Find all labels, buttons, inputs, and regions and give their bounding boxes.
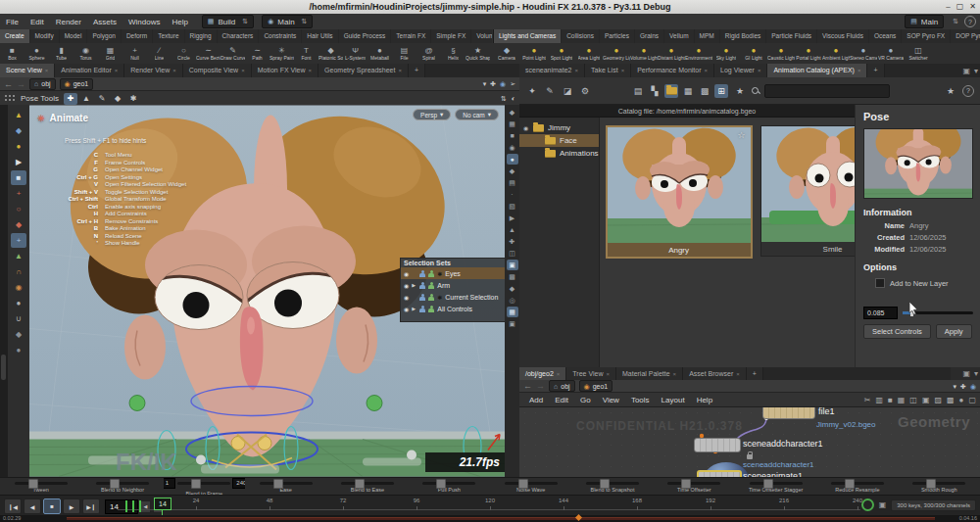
path-node-chip[interactable]: ◉ geo1 — [60, 78, 94, 90]
light-view-icon[interactable]: ● — [507, 154, 518, 165]
ring-tool-icon[interactable]: ◉ — [11, 280, 26, 295]
tree-toggle-icon[interactable]: ◉ — [523, 124, 529, 131]
desktop-spinner-icon[interactable]: ⇅ — [953, 18, 958, 25]
menu-file[interactable]: File — [0, 18, 24, 26]
shade-mode-icon[interactable]: ◆ — [507, 107, 518, 118]
brush-icon[interactable]: ◪ — [561, 84, 574, 98]
anim-slider-track[interactable] — [505, 482, 558, 485]
visibility-icon[interactable]: ● — [11, 343, 26, 357]
network-canvas[interactable]: CONFIDENTIAL H21.0.378 Geometry file1 Ji… — [519, 407, 980, 477]
shelf-tool-switcher[interactable]: ◫Switcher — [905, 43, 932, 64]
character-icon[interactable]: ✦ — [525, 84, 539, 98]
shelf-tab-sop-pyro-fx[interactable]: SOP Pyro FX — [902, 29, 951, 43]
play-button[interactable]: ▶ — [63, 498, 80, 514]
selection-set-arm[interactable]: ◉▶Arm2 — [401, 279, 505, 291]
anim-slider-handle[interactable] — [110, 479, 120, 489]
mirror-tool-icon[interactable]: ∪ — [11, 311, 26, 326]
info-icon[interactable]: ◎ — [507, 295, 518, 306]
expand-icon[interactable]: ▣ — [507, 318, 518, 329]
shelf-tool-torus[interactable]: ◉Torus — [74, 43, 98, 64]
window-minimize-icon[interactable]: – — [946, 3, 950, 11]
material-view-icon[interactable]: ▤ — [507, 177, 518, 188]
shelf-tab-rigging[interactable]: Rigging — [185, 29, 218, 43]
shelf-tab-particles[interactable]: Particles — [600, 29, 635, 43]
shelf-tool-sky-light[interactable]: ●Sky Light — [712, 43, 740, 64]
add-to-new-layer-checkbox[interactable] — [875, 278, 885, 288]
brush-view-icon[interactable]: ▧ — [507, 201, 518, 212]
anim-slider-track[interactable] — [831, 482, 884, 485]
net-menu-go[interactable]: Go — [574, 396, 597, 404]
anim-slider-track[interactable] — [422, 482, 475, 485]
tab-close-icon[interactable]: × — [736, 367, 740, 380]
paint-pose-icon[interactable]: ✎ — [95, 93, 109, 105]
net-pane-menu-icon[interactable]: ▾ — [974, 369, 978, 378]
anim-slider-handle[interactable] — [926, 479, 936, 489]
anim-slider-handle[interactable] — [845, 479, 855, 489]
visibility-eye-icon[interactable]: ◉ — [404, 270, 409, 277]
shelf-tool-file[interactable]: ▤File — [392, 43, 416, 64]
tab-close-icon[interactable]: × — [241, 64, 245, 77]
tab-close-icon[interactable]: × — [557, 367, 561, 380]
net-sync-icon[interactable]: ◉ — [970, 383, 976, 390]
net-menu-tools[interactable]: Tools — [625, 396, 656, 404]
shelf-tab-constraints[interactable]: Constraints — [259, 29, 302, 43]
layout-grid-icon[interactable]: ▦ — [507, 307, 518, 317]
shelf-tool-area-light[interactable]: ●Area Light — [575, 43, 603, 64]
shelf-tool-gi-light[interactable]: ●GI Light — [740, 43, 767, 64]
shelf-tab-vellum[interactable]: Vellum — [664, 29, 695, 43]
light-layer-icon[interactable]: ● — [11, 139, 26, 154]
favorite-star-icon[interactable]: ☆ — [738, 130, 746, 140]
shelf-tab-mpm[interactable]: MPM — [695, 29, 720, 43]
shelf-tab-modify[interactable]: Modify — [30, 29, 60, 43]
catalog-search-input[interactable] — [764, 84, 890, 98]
net-display-icon[interactable]: ■ — [888, 396, 893, 404]
shelf-tab-deform[interactable]: Deform — [122, 29, 153, 43]
shelf-tool-spot-light[interactable]: ●Spot Light — [548, 43, 575, 64]
shelf-tab-texture[interactable]: Texture — [153, 29, 184, 43]
net-menu-help[interactable]: Help — [691, 396, 718, 404]
skeleton-icon[interactable]: ▲ — [79, 93, 93, 105]
anim-slider-handle[interactable] — [436, 479, 446, 489]
camera-view-icon[interactable]: ◆ — [507, 166, 518, 176]
pose-tool-icon[interactable]: + — [11, 233, 26, 248]
shelf-tool-quick-shapes[interactable]: ★Quick Shapes — [466, 43, 490, 64]
arc-tool-icon[interactable]: ∩ — [11, 264, 26, 279]
desktop-build-selector[interactable]: ▦ Build ⇅ — [202, 15, 254, 28]
anim-slider-track[interactable] — [15, 482, 68, 485]
anim-slider-track[interactable] — [750, 482, 803, 485]
timeline[interactable]: 24487296120144168192216240 14 — [118, 496, 860, 516]
shelf-tool-curve-bezier[interactable]: ∼Curve Bezier — [196, 43, 220, 64]
net-snap-net-icon[interactable]: ▩ — [947, 396, 955, 404]
net-back-icon[interactable]: ← — [523, 381, 532, 391]
shelf-tool-path[interactable]: ∼Path — [245, 43, 270, 64]
visibility-eye-icon[interactable]: ◉ — [404, 294, 409, 301]
shelf-tool-helix[interactable]: §Helix — [441, 43, 466, 64]
net-menu-layout[interactable]: Layout — [656, 396, 691, 404]
persp-camera-button[interactable]: Persp ▾ — [413, 109, 451, 120]
net-cut-icon[interactable]: ✂ — [864, 396, 871, 404]
shelf-tool-metaball[interactable]: ●Metaball — [368, 43, 392, 64]
apply-button[interactable]: Apply — [936, 324, 972, 339]
folder-view-icon[interactable] — [664, 84, 678, 98]
medium-thumb-icon[interactable]: ▩ — [698, 84, 711, 98]
anim-slider-handle[interactable] — [355, 479, 365, 489]
net-split-icon[interactable]: ◫ — [909, 396, 917, 404]
current-frame-marker[interactable]: 14 — [154, 498, 172, 510]
anim-slider-handle[interactable] — [273, 479, 283, 489]
shelf-tool-vr-camera[interactable]: ●VR Camera — [877, 43, 905, 64]
tab-close-icon[interactable]: × — [858, 64, 861, 77]
shelf-tool-circle[interactable]: ○Circle — [172, 43, 196, 64]
net-pin-icon[interactable]: ✚ — [960, 383, 966, 390]
anim-slider-track[interactable] — [586, 482, 639, 485]
selection-set-all-controls[interactable]: ◉▶All Controls133 — [401, 303, 505, 314]
anim-slider-handle[interactable] — [28, 479, 38, 489]
net-color-icon[interactable]: ▣ — [922, 396, 930, 404]
realtime-toggle-icon[interactable] — [861, 498, 874, 511]
range-start-field[interactable]: 1 — [164, 478, 176, 489]
pose-select-icon[interactable]: ✚ — [64, 93, 77, 105]
shelf-tab-grains[interactable]: Grains — [635, 29, 664, 43]
net-dropdown-icon[interactable]: ▾ — [954, 383, 957, 390]
hand-view-icon[interactable]: ✚ — [507, 236, 518, 247]
network-tab-item[interactable]: + — [747, 367, 763, 380]
anim-slider-track[interactable] — [96, 482, 149, 485]
